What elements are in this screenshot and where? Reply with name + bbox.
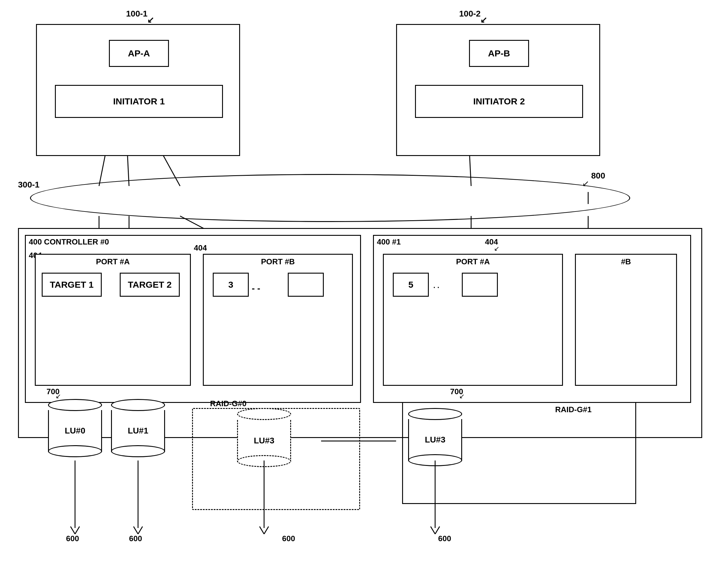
- target1-label: TARGET 1: [50, 280, 94, 290]
- controller0-box: 400 CONTROLLER #0 404 ↙ PORT #A TARGET 1…: [25, 235, 361, 403]
- port-b-c1-label: #B: [621, 257, 631, 266]
- ref-100-2: 100-2: [459, 9, 481, 19]
- ap-b-box: AP-B: [469, 40, 529, 67]
- port-a-c1-box: PORT #A 5 · ·: [383, 254, 563, 386]
- network-ellipse: [30, 174, 630, 222]
- port-a-c0-label: PORT #A: [96, 257, 130, 266]
- svg-line-20: [71, 527, 75, 534]
- arrow-404-3: ↙: [494, 245, 499, 253]
- target5b-box: [462, 273, 498, 297]
- ref-600-4: 600: [438, 534, 451, 543]
- ap-a-box: AP-A: [109, 40, 169, 67]
- lu3-solid-label: LU#3: [425, 435, 445, 445]
- controller1-label: 400 #1: [377, 237, 401, 247]
- svg-line-30: [435, 527, 440, 534]
- host-box-2: AP-B INITIATOR 2: [396, 24, 600, 156]
- port-b-c0-label: PORT #B: [261, 257, 295, 266]
- ref-600-2: 600: [129, 534, 142, 543]
- target3b-box: [288, 273, 324, 297]
- svg-line-26: [260, 527, 264, 534]
- svg-line-21: [75, 527, 80, 534]
- target3-box: 3: [213, 273, 249, 297]
- ref-600-3: 600: [282, 534, 295, 543]
- port-a-c1-label: PORT #A: [456, 257, 490, 266]
- initiator1-box: INITIATOR 1: [55, 85, 223, 118]
- target2-label: TARGET 2: [128, 280, 172, 290]
- target2-box: TARGET 2: [120, 273, 180, 297]
- controller0-label: 400 CONTROLLER #0: [29, 237, 109, 247]
- arrow-800: ↙: [582, 179, 589, 188]
- dash-c1-porta: · ·: [433, 283, 439, 292]
- lu0-cylinder: LU#0: [48, 399, 102, 452]
- ref-100-1: 100-1: [126, 9, 148, 19]
- lu3-solid-cylinder: LU#3: [408, 408, 462, 461]
- ap-a-label: AP-A: [128, 48, 150, 59]
- port-b-c0-box: PORT #B 3 - -: [203, 254, 353, 386]
- diagram-container: 100-1 ↙ 100-2 ↙ AP-A INITIATOR 1 AP-B IN…: [0, 0, 728, 567]
- svg-line-23: [134, 527, 138, 534]
- initiator2-label: INITIATOR 2: [473, 96, 525, 107]
- raid-g0-label: RAID-G#0: [210, 399, 246, 408]
- target1-box: TARGET 1: [42, 273, 102, 297]
- lu0-label: LU#0: [65, 426, 85, 436]
- ref-300-1: 300-1: [18, 180, 40, 190]
- svg-line-29: [431, 527, 435, 534]
- lu3-dashed-label: LU#3: [254, 436, 274, 445]
- dash-c0-portb: - -: [252, 283, 260, 293]
- initiator2-box: INITIATOR 2: [415, 85, 583, 118]
- svg-line-27: [264, 527, 269, 534]
- port-b-c1-box: #B: [575, 254, 677, 386]
- ref-404-2: 404: [194, 243, 207, 253]
- lu3-dashed-cylinder: LU#3: [237, 408, 291, 462]
- host-box-1: AP-A INITIATOR 1: [36, 24, 240, 156]
- port-a-c0-box: PORT #A TARGET 1 TARGET 2: [35, 254, 191, 386]
- ap-b-label: AP-B: [488, 48, 510, 59]
- initiator1-label: INITIATOR 1: [113, 96, 165, 107]
- target5-box: 5: [393, 273, 429, 297]
- arrow-100-2: ↙: [480, 15, 487, 25]
- ref-600-1: 600: [66, 534, 79, 543]
- svg-line-24: [138, 527, 143, 534]
- arrow-700-1: ↙: [56, 392, 61, 400]
- controller1-box: 400 #1 404 ↙ PORT #A 5 · ·: [373, 235, 691, 403]
- ref-800: 800: [591, 171, 605, 181]
- lu1-cylinder: LU#1: [111, 399, 165, 452]
- target3-label: 3: [228, 280, 233, 290]
- target5-label: 5: [408, 280, 414, 290]
- lu1-label: LU#1: [128, 426, 148, 436]
- arrow-100-1: ↙: [147, 15, 154, 25]
- arrow-700-2: ↙: [459, 392, 465, 400]
